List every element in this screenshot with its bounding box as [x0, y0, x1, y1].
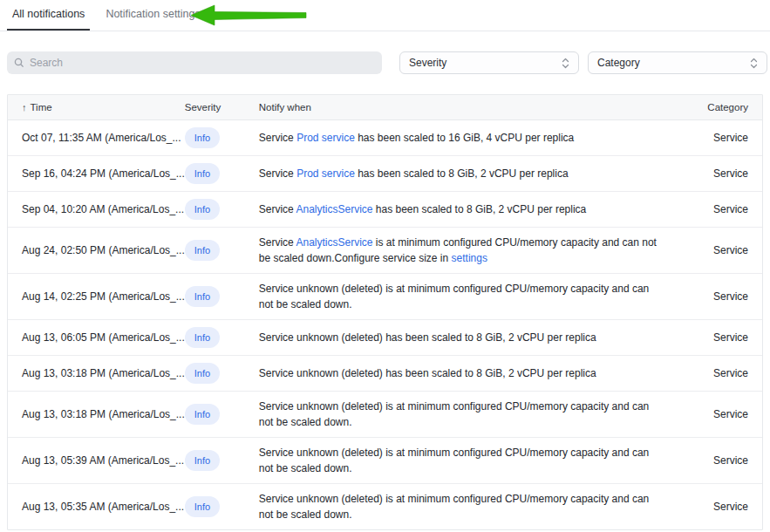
category-cell: Service [684, 356, 762, 392]
severity-badge: Info [185, 496, 220, 517]
category-select[interactable]: Category [588, 51, 767, 74]
category-cell: Service [684, 392, 762, 438]
search-input[interactable] [30, 57, 375, 69]
column-header-time-label: Time [31, 102, 52, 113]
table-row[interactable]: Aug 14, 02:25 PM (America/Los_... Info S… [8, 274, 762, 320]
search-icon [14, 58, 24, 68]
table-row[interactable]: Aug 13, 03:18 PM (America/Los_... Info S… [8, 356, 762, 392]
notify-link[interactable]: Prod service [296, 132, 355, 144]
category-cell: Service [684, 156, 762, 192]
notify-cell: Service unknown (deleted) has been scale… [259, 320, 684, 356]
notify-link[interactable]: AnalyticsService [296, 236, 372, 249]
chevron-updown-icon [562, 58, 569, 69]
time-cell: Aug 13, 06:05 PM (America/Los_... [8, 320, 185, 356]
notify-cell: Service unknown (deleted) is at minimum … [259, 274, 684, 320]
notify-cell: Service AnalyticsService is at minimum c… [259, 228, 684, 274]
chevron-updown-icon [750, 58, 758, 69]
column-header-severity[interactable]: Severity [185, 95, 259, 120]
table-header-row: ↑Time Severity Notify when Category [8, 95, 762, 120]
severity-badge: Info [185, 127, 220, 148]
time-cell: Oct 07, 11:35 AM (America/Los_... [8, 120, 185, 156]
category-cell: Service [684, 228, 762, 274]
tab-bar: All notifications Notification settings [0, 0, 770, 31]
severity-badge: Info [185, 240, 220, 261]
severity-badge: Info [185, 450, 220, 471]
tab-all-notifications[interactable]: All notifications [7, 0, 90, 31]
tab-notification-settings[interactable]: Notification settings [100, 0, 205, 31]
severity-badge: Info [185, 163, 220, 184]
notify-text: Service [259, 167, 296, 180]
severity-badge: Info [185, 199, 220, 220]
table-body: Oct 07, 11:35 AM (America/Los_... Info S… [8, 120, 762, 530]
notify-text: Service unknown (deleted) is at minimum … [259, 400, 650, 428]
severity-badge: Info [185, 363, 220, 384]
notify-text: Service [259, 236, 296, 249]
notify-text: Service unknown (deleted) has been scale… [259, 331, 596, 344]
category-cell: Service [684, 120, 762, 156]
table-row[interactable]: Oct 07, 11:35 AM (America/Los_... Info S… [8, 120, 762, 156]
table-row[interactable]: Aug 13, 05:39 AM (America/Los_... Info S… [8, 438, 762, 484]
filter-row: Severity Category [7, 51, 763, 74]
notify-link[interactable]: AnalyticsService [296, 203, 372, 215]
column-header-notify-when[interactable]: Notify when [259, 95, 684, 120]
table-row[interactable]: Aug 13, 03:18 PM (America/Los_... Info S… [8, 392, 762, 438]
category-select-label: Category [597, 57, 640, 69]
time-cell: Aug 13, 05:35 AM (America/Los_... [8, 484, 185, 530]
notify-text: has been scaled to 8 GiB, 2 vCPU per rep… [355, 167, 569, 180]
notify-cell: Service unknown (deleted) has been scale… [259, 356, 684, 392]
time-cell: Sep 04, 10:20 AM (America/Los_... [8, 192, 185, 228]
notify-cell: Service Prod service has been scaled to … [259, 156, 684, 192]
notify-text: Service [259, 132, 296, 144]
time-cell: Aug 13, 03:18 PM (America/Los_... [8, 392, 185, 438]
notifications-table: ↑Time Severity Notify when Category Oct … [7, 94, 763, 530]
notify-cell: Service unknown (deleted) is at minimum … [259, 438, 684, 484]
category-cell: Service [684, 274, 762, 320]
column-header-category[interactable]: Category [684, 95, 762, 120]
category-cell: Service [684, 320, 762, 356]
time-cell: Aug 24, 02:50 PM (America/Los_... [8, 228, 185, 274]
notify-text: Service unknown (deleted) is at minimum … [259, 447, 650, 474]
notify-cell: Service Prod service has been scaled to … [259, 120, 684, 156]
search-box [7, 51, 382, 74]
category-cell: Service [684, 438, 762, 484]
notify-text: Service unknown (deleted) is at minimum … [259, 283, 650, 310]
notify-link[interactable]: Prod service [296, 167, 355, 180]
severity-badge: Info [185, 286, 220, 307]
notify-text: has been scaled to 8 GiB, 2 vCPU per rep… [372, 203, 586, 215]
time-cell: Sep 16, 04:24 PM (America/Los_... [8, 156, 185, 192]
time-cell: Aug 14, 02:25 PM (America/Los_... [8, 274, 185, 320]
notify-cell: Service unknown (deleted) is at minimum … [259, 392, 684, 438]
severity-badge: Info [185, 327, 220, 348]
sort-ascending-icon: ↑ [22, 102, 27, 113]
table-row[interactable]: Aug 13, 05:35 AM (America/Los_... Info S… [8, 484, 762, 530]
category-cell: Service [684, 484, 762, 530]
time-cell: Aug 13, 03:18 PM (America/Los_... [8, 356, 185, 392]
severity-badge: Info [185, 404, 220, 425]
column-header-time[interactable]: ↑Time [8, 95, 185, 120]
notify-text: Service [259, 203, 296, 215]
table-row[interactable]: Sep 04, 10:20 AM (America/Los_... Info S… [8, 192, 762, 228]
severity-select-label: Severity [409, 57, 446, 69]
table-row[interactable]: Aug 13, 06:05 PM (America/Los_... Info S… [8, 320, 762, 356]
notify-cell: Service AnalyticsService has been scaled… [259, 192, 684, 228]
notify-link[interactable]: settings [452, 252, 487, 264]
notify-text: has been scaled to 16 GiB, 4 vCPU per re… [355, 132, 574, 144]
table-row[interactable]: Aug 24, 02:50 PM (America/Los_... Info S… [8, 228, 762, 274]
notify-text: Service unknown (deleted) has been scale… [259, 367, 596, 379]
notify-text: Service unknown (deleted) is at minimum … [259, 493, 650, 521]
time-cell: Aug 13, 05:39 AM (America/Los_... [8, 438, 185, 484]
severity-select[interactable]: Severity [399, 51, 579, 74]
notify-cell: Service unknown (deleted) is at minimum … [259, 484, 684, 530]
category-cell: Service [684, 192, 762, 228]
table-row[interactable]: Sep 16, 04:24 PM (America/Los_... Info S… [8, 156, 762, 192]
